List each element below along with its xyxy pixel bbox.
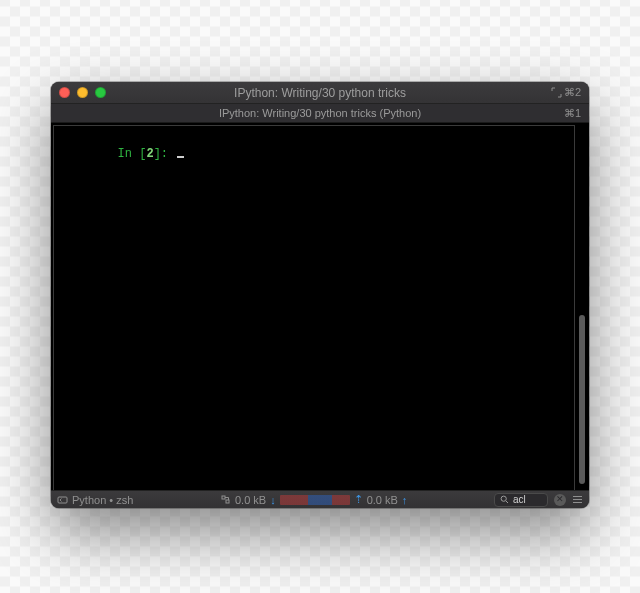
clear-search-button[interactable]: ✕ bbox=[554, 494, 566, 506]
minimize-window-button[interactable] bbox=[77, 87, 88, 98]
network-sparkline bbox=[280, 495, 350, 505]
tab-shortcut-label: ⌘1 bbox=[564, 107, 581, 120]
net-down-value: 0.0 kB bbox=[235, 494, 266, 506]
svg-rect-1 bbox=[222, 496, 225, 499]
process-label: Python • zsh bbox=[72, 494, 133, 506]
terminal-wrap: In [2]: bbox=[51, 123, 589, 490]
window-title: IPython: Writing/30 python tricks bbox=[51, 86, 589, 100]
statusbar: Python • zsh 0.0 kB↓ ⇡ 0.0 kB↑ ✕ bbox=[51, 490, 589, 508]
arrow-up-icon: ↑ bbox=[402, 494, 408, 506]
prompt-line: In [2]: bbox=[60, 130, 568, 178]
svg-rect-2 bbox=[226, 500, 229, 503]
statusbar-right: ✕ bbox=[494, 493, 583, 507]
arrow-down-icon: ↓ bbox=[270, 494, 276, 506]
svg-rect-0 bbox=[58, 497, 67, 503]
tab-title[interactable]: IPython: Writing/30 python tricks (Pytho… bbox=[219, 107, 421, 119]
window-shortcut-label: ⌘2 bbox=[564, 86, 581, 99]
scrollbar-thumb[interactable] bbox=[579, 315, 585, 484]
terminal-window: IPython: Writing/30 python tricks ⌘2 IPy… bbox=[51, 82, 589, 508]
statusbar-search-input[interactable] bbox=[513, 494, 537, 505]
search-icon bbox=[499, 494, 510, 505]
prompt-number: 2 bbox=[146, 147, 153, 161]
svg-point-3 bbox=[501, 496, 506, 501]
statusbar-center: 0.0 kB↓ ⇡ 0.0 kB↑ bbox=[137, 493, 490, 506]
net-up-value: 0.0 kB bbox=[367, 494, 398, 506]
terminal[interactable]: In [2]: bbox=[53, 125, 575, 490]
statusbar-left: Python • zsh bbox=[57, 494, 133, 506]
traffic-lights bbox=[59, 87, 106, 98]
network-icon bbox=[220, 494, 231, 505]
statusbar-menu-button[interactable] bbox=[572, 494, 583, 505]
titlebar[interactable]: IPython: Writing/30 python tricks ⌘2 bbox=[51, 82, 589, 104]
tab-shortcut-hint: ⌘1 bbox=[564, 107, 581, 120]
maximize-window-button[interactable] bbox=[95, 87, 106, 98]
process-icon bbox=[57, 494, 68, 505]
close-window-button[interactable] bbox=[59, 87, 70, 98]
prompt-bracket-close: ]: bbox=[154, 147, 176, 161]
window-shortcut-hint: ⌘2 bbox=[551, 86, 581, 99]
expand-icon bbox=[551, 87, 562, 98]
upload-prefix-icon: ⇡ bbox=[354, 493, 363, 506]
cursor bbox=[177, 156, 184, 158]
tab-bar: IPython: Writing/30 python tricks (Pytho… bbox=[51, 104, 589, 123]
prompt-prefix: In bbox=[118, 147, 140, 161]
scrollbar-track[interactable] bbox=[577, 125, 587, 490]
statusbar-search[interactable] bbox=[494, 493, 548, 507]
